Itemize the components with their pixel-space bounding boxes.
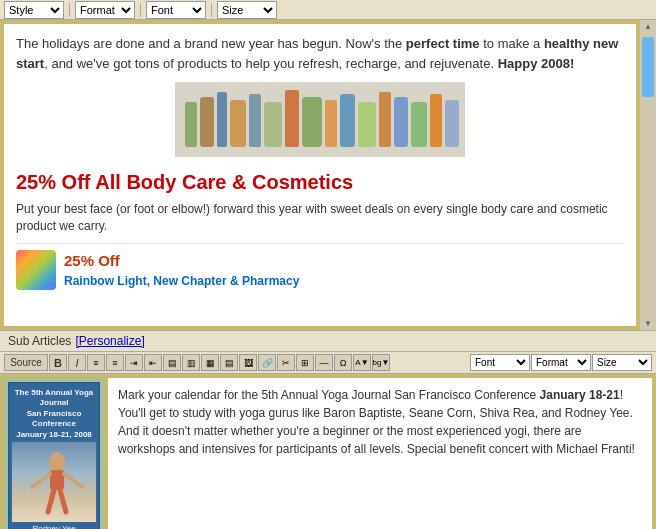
svg-rect-11 [358,102,376,147]
second-content-area: The 5th Annual Yoga JournalSan Francisco… [0,374,656,529]
svg-rect-6 [264,102,282,147]
product-bottles-svg [175,82,465,157]
scroll-down-arrow[interactable]: ▼ [642,317,654,330]
svg-rect-10 [340,94,355,147]
product-image [16,81,624,161]
separator [69,3,70,17]
highlight-icon[interactable]: bg▼ [372,354,390,371]
align-right-icon[interactable]: ▦ [201,354,219,371]
outdent-icon[interactable]: ⇤ [144,354,162,371]
size-select[interactable]: Size [217,1,277,19]
font-color-icon[interactable]: A▼ [353,354,371,371]
table-icon[interactable]: ⊞ [296,354,314,371]
intro-paragraph: The holidays are done and a brand new ye… [16,34,624,73]
unlink-icon[interactable]: ✂ [277,354,295,371]
yoga-image-names: Rodney YeeShiva ReaSeane Corn& many more [12,522,96,529]
svg-rect-12 [379,92,391,147]
separator2 [140,3,141,17]
ordered-list-icon[interactable]: ≡ [106,354,124,371]
source-button[interactable]: Source [4,354,48,371]
style-select[interactable]: Style [4,1,64,19]
size-select-2[interactable]: Size [592,354,652,371]
yoga-svg [12,442,96,522]
svg-rect-8 [302,97,322,147]
svg-line-19 [32,474,50,487]
format-select[interactable]: Format [75,1,135,19]
yoga-text-panel[interactable]: Mark your calendar for the 5th Annual Yo… [108,378,652,529]
link-icon[interactable]: 🔗 [258,354,276,371]
top-toolbar: Style Format Font Size [0,0,656,20]
rainbow-subtitle: Rainbow Light, New Chapter & Pharmacy [64,272,299,290]
italic-button[interactable]: I [68,354,86,371]
sub-articles-bar: Sub Articles [Personalize] [0,330,656,352]
editor-panel[interactable]: The holidays are done and a brand new ye… [4,24,636,326]
yoga-date-bold: January 18-21 [540,388,620,402]
rainbow-section: 25% Off Rainbow Light, New Chapter & Pha… [16,243,624,297]
sub-articles-label: Sub Articles [8,334,71,348]
bold-button[interactable]: B [49,354,67,371]
scroll-up-arrow[interactable]: ▲ [642,20,654,33]
scroll-thumb[interactable] [642,37,654,97]
rainbow-title: 25% Off [64,250,299,273]
svg-line-21 [48,490,54,512]
indent-icon[interactable]: ⇥ [125,354,143,371]
svg-rect-14 [411,102,427,147]
svg-rect-16 [445,100,459,147]
svg-line-20 [64,474,82,487]
font-select[interactable]: Font [146,1,206,19]
svg-rect-5 [249,94,261,147]
svg-rect-4 [230,100,246,147]
align-center-icon[interactable]: ▥ [182,354,200,371]
svg-rect-15 [430,94,442,147]
format-select-2[interactable]: Format [531,354,591,371]
svg-rect-3 [217,92,227,147]
scrollbar[interactable]: ▲ ▼ [640,20,656,330]
yoga-figure [12,442,96,522]
yoga-image: The 5th Annual Yoga JournalSan Francisco… [8,382,100,529]
yoga-detected-text: beginner or the most experienced [323,424,502,438]
align-justify-icon[interactable]: ▤ [220,354,238,371]
rainbow-info: 25% Off Rainbow Light, New Chapter & Pha… [64,250,299,291]
insert-image-icon[interactable]: 🖼 [239,354,257,371]
personalize-link[interactable]: [Personalize] [75,334,144,348]
svg-rect-2 [200,97,214,147]
svg-rect-18 [50,470,64,490]
yoga-text-before-date: Mark your calendar for the 5th Annual Yo… [118,388,540,402]
editor-content: The holidays are done and a brand new ye… [4,24,636,306]
hr-icon[interactable]: — [315,354,333,371]
rainbow-thumbnail [16,250,56,290]
font-select-2[interactable]: Font [470,354,530,371]
svg-line-22 [60,490,66,512]
unordered-list-icon[interactable]: ≡ [87,354,105,371]
yoga-image-title: The 5th Annual Yoga JournalSan Francisco… [12,386,96,442]
special-char-icon[interactable]: Ω [334,354,352,371]
align-left-icon[interactable]: ▤ [163,354,181,371]
yoga-image-panel: The 5th Annual Yoga JournalSan Francisco… [4,378,104,529]
discount-heading: 25% Off All Body Care & Cosmetics [16,167,624,197]
discount-text: Put your best face (or foot or elbow!) f… [16,201,624,235]
svg-rect-13 [394,97,408,147]
separator3 [211,3,212,17]
second-toolbar: Source B I ≡ ≡ ⇥ ⇤ ▤ ▥ ▦ ▤ 🖼 🔗 ✂ ⊞ — Ω A… [0,352,656,374]
main-editor-area: The holidays are done and a brand new ye… [0,20,656,330]
svg-rect-1 [185,102,197,147]
svg-point-17 [49,452,65,472]
svg-rect-7 [285,90,299,147]
svg-rect-9 [325,100,337,147]
